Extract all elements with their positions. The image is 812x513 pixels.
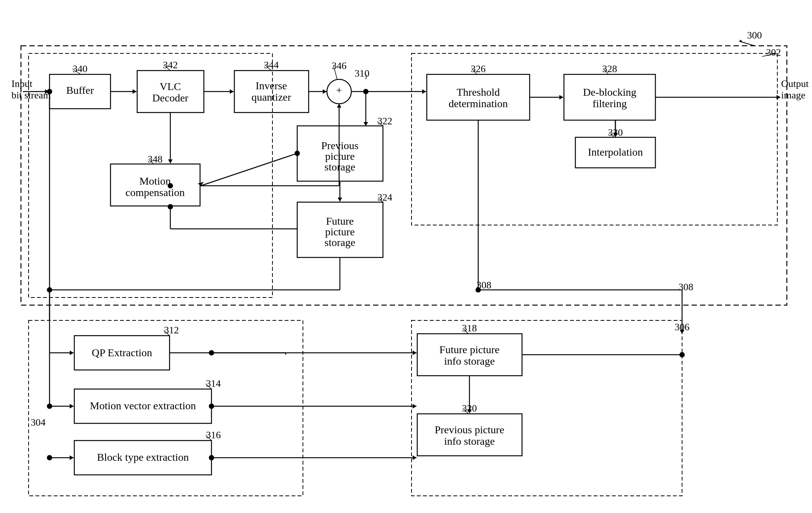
future-pic-label2: picture <box>325 226 355 238</box>
future-pic-label3: storage <box>325 236 356 248</box>
svg-point-67 <box>47 455 52 460</box>
output-label: Output <box>781 78 809 89</box>
svg-marker-31 <box>559 95 563 100</box>
prev-pic-label3: storage <box>325 161 356 173</box>
ref-310: 310 <box>355 68 370 79</box>
buffer-label: Buffer <box>66 84 94 96</box>
diagram-container: 300 302 304 306 Input bit stream Output … <box>0 0 812 513</box>
thresh-label2: determination <box>448 98 508 109</box>
deblock-label1: De-blocking <box>583 86 636 98</box>
fut-info-label1: Future picture <box>439 344 500 355</box>
svg-marker-78 <box>413 455 416 460</box>
qp-label: QP Extraction <box>92 347 152 359</box>
svg-marker-23 <box>230 89 234 94</box>
ref-304: 304 <box>31 417 46 428</box>
ref-326: 326 <box>471 63 486 74</box>
svg-point-64 <box>47 404 52 409</box>
output-label2: image <box>781 90 806 101</box>
ref-342: 342 <box>163 60 178 71</box>
svg-marker-25 <box>323 89 327 94</box>
ref-316: 316 <box>206 429 221 441</box>
svg-point-74 <box>209 404 214 409</box>
bt-label: Block type extraction <box>97 451 189 463</box>
motion-comp-label1: Motion <box>139 175 171 187</box>
ref-314: 314 <box>206 378 221 389</box>
prev-info-label1: Previous picture <box>435 424 504 436</box>
svg-marker-72 <box>413 351 416 355</box>
svg-line-44 <box>201 153 297 186</box>
ref-302: 302 <box>766 47 781 58</box>
ref-324: 324 <box>378 192 392 203</box>
fut-info-label2: info storage <box>444 355 495 367</box>
ref-318: 318 <box>462 323 477 334</box>
ref-346: 346 <box>332 60 347 71</box>
svg-marker-37 <box>338 198 342 201</box>
outer-box-300 <box>21 46 787 305</box>
ref-340: 340 <box>73 63 88 74</box>
inv-q-label1: Inverse <box>256 80 287 92</box>
adder-plus: + <box>336 84 342 96</box>
inv-q-label2: quantizer <box>251 91 291 103</box>
mv-label: Motion vector extraction <box>90 400 196 412</box>
ref-328: 328 <box>602 63 617 74</box>
svg-marker-75 <box>413 404 416 408</box>
ref-344: 344 <box>264 60 279 71</box>
svg-marker-21 <box>133 89 136 94</box>
svg-marker-35 <box>364 122 368 126</box>
svg-point-59 <box>47 89 52 94</box>
prev-pic-label1: Previous <box>321 140 359 151</box>
prev-pic-label2: picture <box>325 150 355 162</box>
input-label: Input <box>11 78 33 89</box>
ref-348: 348 <box>148 154 163 165</box>
ref-312: 312 <box>164 325 179 336</box>
svg-marker-42 <box>337 104 341 108</box>
svg-point-43 <box>168 183 173 188</box>
svg-point-49 <box>168 204 173 209</box>
svg-marker-63 <box>70 404 74 408</box>
vlc-decoder-label2: Decoder <box>152 92 189 104</box>
prev-info-label2: info storage <box>444 435 495 447</box>
ref-322: 322 <box>378 116 392 127</box>
svg-marker-28 <box>422 89 426 94</box>
svg-point-77 <box>209 455 214 460</box>
svg-marker-39 <box>168 159 173 163</box>
thresh-label1: Threshold <box>456 86 500 98</box>
future-pic-label1: Future <box>326 215 354 227</box>
motion-comp-label2: compensation <box>125 187 185 198</box>
interp-label: Interpolation <box>588 146 643 158</box>
svg-point-46 <box>295 151 300 156</box>
ref-308: 308 <box>477 280 492 291</box>
svg-point-82 <box>679 352 685 357</box>
svg-marker-66 <box>70 455 74 460</box>
svg-marker-1 <box>739 40 742 43</box>
svg-marker-33 <box>777 95 780 100</box>
deblock-label2: filtering <box>593 98 627 109</box>
ref-308b: 308 <box>679 281 693 293</box>
svg-marker-61 <box>70 351 74 355</box>
ref-300: 300 <box>747 30 762 41</box>
deblocking-box-302 <box>412 53 777 225</box>
vlc-decoder-label1: VLC <box>160 80 181 92</box>
